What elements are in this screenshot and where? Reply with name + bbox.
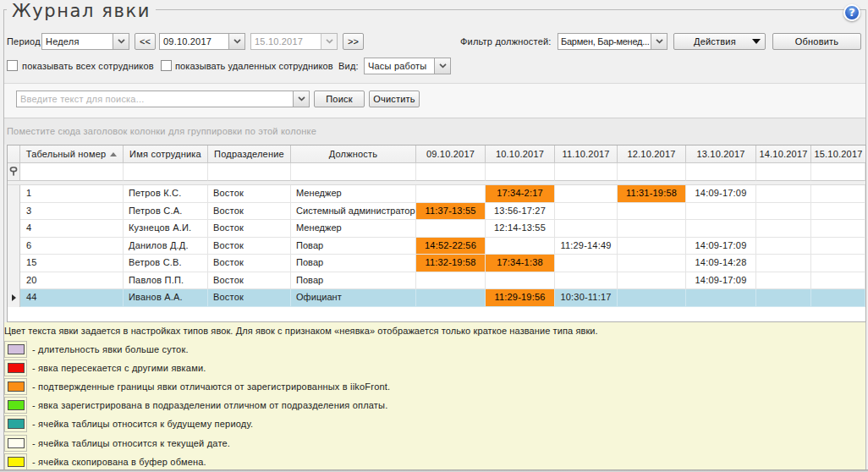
cell-attendance[interactable] xyxy=(811,289,865,307)
prev-period-button[interactable]: << xyxy=(135,33,156,50)
chevron-down-icon[interactable] xyxy=(651,34,667,49)
chevron-down-icon[interactable] xyxy=(293,91,309,107)
cell-attendance[interactable] xyxy=(811,203,865,221)
cell-attendance[interactable]: 11:31-19:58 xyxy=(618,185,686,203)
cell-attendance[interactable] xyxy=(756,272,811,290)
group-by-panel[interactable]: Поместите сюда заголовок колонки для гру… xyxy=(4,118,865,145)
column-header-6[interactable]: 10.10.2017 xyxy=(486,145,555,163)
cell-attendance[interactable] xyxy=(416,272,486,290)
column-header-4[interactable]: Должность xyxy=(291,145,416,163)
help-icon[interactable]: ? xyxy=(843,4,860,21)
column-header-8[interactable]: 12.10.2017 xyxy=(618,145,686,163)
cell-attendance[interactable]: 17:34-2:17 xyxy=(486,185,555,203)
cell-attendance[interactable] xyxy=(555,255,618,272)
column-header-2[interactable]: Имя сотрудника xyxy=(124,145,208,163)
filter-cell[interactable] xyxy=(756,163,811,181)
cell-attendance[interactable] xyxy=(756,289,811,307)
show-deleted-employees-checkbox[interactable] xyxy=(161,60,172,71)
cell-attendance[interactable] xyxy=(811,220,865,238)
next-period-button[interactable]: >> xyxy=(343,33,364,50)
cell-attendance[interactable] xyxy=(756,238,811,255)
cell-attendance[interactable] xyxy=(618,238,686,255)
table-row[interactable]: 15Ветров С.В.ВостокПовар11:32-19:5817:34… xyxy=(8,255,865,272)
cell-attendance[interactable] xyxy=(486,238,555,255)
filter-cell[interactable] xyxy=(618,163,686,181)
column-header-7[interactable]: 11.10.2017 xyxy=(555,145,618,163)
cell-attendance[interactable] xyxy=(618,220,686,238)
cell-attendance[interactable] xyxy=(811,272,865,290)
cell-attendance[interactable] xyxy=(756,185,811,203)
clear-button[interactable]: Очистить xyxy=(369,91,420,107)
cell-attendance[interactable] xyxy=(811,185,865,203)
cell-attendance[interactable] xyxy=(756,255,811,272)
actions-button[interactable]: Действия xyxy=(673,33,766,50)
chevron-down-icon[interactable] xyxy=(113,34,129,49)
search-button[interactable]: Поиск xyxy=(314,91,365,107)
cell-attendance[interactable] xyxy=(811,238,865,255)
column-header-9[interactable]: 13.10.2017 xyxy=(686,145,756,163)
cell-attendance[interactable] xyxy=(416,220,486,238)
view-select[interactable]: Часы работы xyxy=(364,58,451,74)
filter-cell[interactable] xyxy=(20,163,124,181)
filter-cell[interactable] xyxy=(686,163,756,181)
cell-attendance[interactable]: 14:09-17:09 xyxy=(686,272,756,290)
cell-attendance[interactable] xyxy=(555,272,618,290)
filter-cell[interactable] xyxy=(291,163,416,181)
period-select[interactable]: Неделя xyxy=(41,33,129,50)
filter-cell[interactable] xyxy=(811,163,865,181)
cell-department: Восток xyxy=(208,272,291,290)
search-input[interactable]: Введите текст для поиска... xyxy=(16,91,310,107)
cell-attendance[interactable]: 11:29-19:56 xyxy=(486,289,555,307)
cell-attendance[interactable]: 13:56-17:27 xyxy=(486,203,555,221)
table-row[interactable]: 1Петров К.С.ВостокМенеджер17:34-2:1711:3… xyxy=(8,185,865,203)
refresh-button[interactable]: Обновить xyxy=(772,33,861,50)
cell-attendance[interactable] xyxy=(686,220,756,238)
cell-attendance[interactable]: 14:09-17:09 xyxy=(686,185,756,203)
cell-attendance[interactable] xyxy=(618,255,686,272)
cell-attendance[interactable]: 12:14-13:55 xyxy=(486,220,555,238)
table-row[interactable]: 4Кузнецов А.И.ВостокМенеджер12:14-13:55 xyxy=(8,220,865,238)
chevron-down-icon[interactable] xyxy=(228,34,244,49)
cell-attendance[interactable] xyxy=(811,255,865,272)
cell-attendance[interactable]: 11:37-13:55 xyxy=(416,203,486,221)
cell-attendance[interactable] xyxy=(416,289,486,307)
table-row[interactable]: 6Данилов Д.Д.ВостокПовар14:52-22:5611:29… xyxy=(8,238,865,255)
cell-attendance[interactable] xyxy=(555,203,618,221)
cell-attendance[interactable] xyxy=(416,185,486,203)
cell-attendance[interactable] xyxy=(618,203,686,221)
table-row[interactable]: 20Павлов П.П.ВостокПовар14:09-17:09 xyxy=(8,272,865,290)
filter-cell[interactable] xyxy=(555,163,618,181)
column-header-5[interactable]: 09.10.2017 xyxy=(416,145,486,163)
cell-attendance[interactable] xyxy=(618,272,686,290)
filter-cell[interactable] xyxy=(416,163,486,181)
cell-attendance[interactable] xyxy=(555,220,618,238)
positions-filter-select[interactable]: Бармен, Бар-менед... xyxy=(558,33,667,50)
chevron-down-icon[interactable] xyxy=(434,58,450,74)
filter-cell[interactable] xyxy=(124,163,208,181)
cell-attendance[interactable]: 11:29-14:49 xyxy=(555,238,618,255)
column-header-11[interactable]: 15.10.2017 xyxy=(811,145,865,163)
column-header-3[interactable]: Подразделение xyxy=(208,145,291,163)
cell-attendance[interactable] xyxy=(486,272,555,290)
cell-attendance[interactable]: 11:32-19:58 xyxy=(416,255,486,272)
column-header-10[interactable]: 14.10.2017 xyxy=(756,145,811,163)
date-from-select[interactable]: 09.10.2017 xyxy=(159,33,245,50)
cell-attendance[interactable] xyxy=(686,289,756,307)
cell-attendance[interactable] xyxy=(686,203,756,221)
table-row[interactable]: 3Петров С.А.ВостокСистемный администрато… xyxy=(8,203,865,221)
column-header-1[interactable]: Табельный номер xyxy=(20,145,124,163)
filter-cell[interactable] xyxy=(486,163,555,181)
show-all-employees-checkbox[interactable] xyxy=(7,60,18,71)
cell-attendance[interactable] xyxy=(756,203,811,221)
cell-attendance[interactable]: 10:30-11:17 xyxy=(555,289,618,307)
cell-attendance[interactable]: 14:09-17:09 xyxy=(686,238,756,255)
cell-attendance[interactable] xyxy=(756,220,811,238)
auto-filter-row[interactable] xyxy=(8,163,865,181)
table-row[interactable]: 44Иванов А.А.ВостокОфициант11:29-19:5610… xyxy=(8,289,865,307)
cell-attendance[interactable] xyxy=(618,289,686,307)
cell-attendance[interactable]: 17:34-1:38 xyxy=(486,255,555,272)
cell-attendance[interactable]: 14:09-14:28 xyxy=(686,255,756,272)
cell-attendance[interactable]: 14:52-22:56 xyxy=(416,238,486,255)
cell-attendance[interactable] xyxy=(555,185,618,203)
filter-cell[interactable] xyxy=(208,163,291,181)
